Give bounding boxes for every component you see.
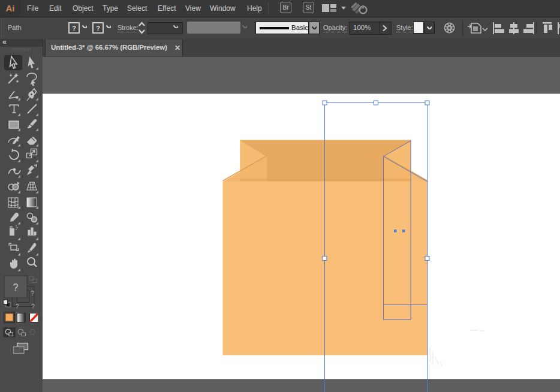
svg-text:?: ?	[13, 282, 19, 293]
svg-text:?: ?	[31, 290, 34, 297]
svg-text:?: ?	[16, 303, 19, 310]
svg-text:?: ?	[31, 303, 35, 310]
